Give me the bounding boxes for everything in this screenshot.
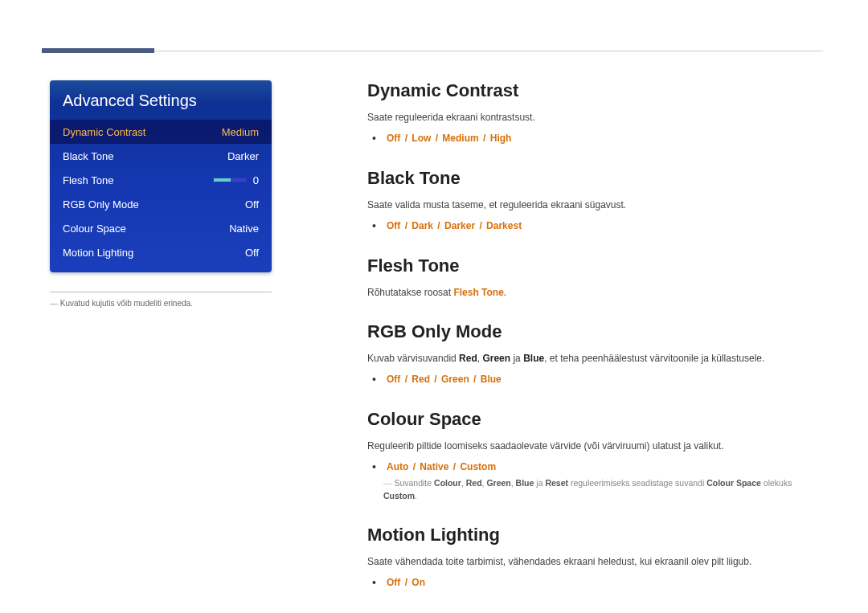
option-list: Off / Dark / Darker / Darkest [383, 219, 823, 233]
section-dynamic-contrast: Dynamic Contrast Saate reguleerida ekraa… [367, 80, 823, 145]
menu-value: Off [245, 247, 259, 259]
menu-item-dynamic-contrast[interactable]: Dynamic Contrast Medium [50, 120, 272, 144]
footnote: Kuvatud kujutis võib mudeliti erineda. [50, 299, 283, 308]
menu-item-black-tone[interactable]: Black Tone Darker [50, 144, 272, 168]
header-divider [42, 51, 823, 51]
menu-item-flesh-tone[interactable]: Flesh Tone 0 [50, 168, 272, 192]
section-title: Colour Space [367, 409, 823, 430]
menu-value: Darker [227, 150, 259, 162]
option-list: Off / Low / Medium / High [383, 131, 823, 145]
section-colour-space: Colour Space Reguleerib piltide loomisek… [367, 409, 823, 502]
option-list: Off / Red / Green / Blue [383, 372, 823, 386]
menu-label: Dynamic Contrast [63, 126, 145, 138]
menu-value: Native [229, 223, 259, 235]
option-list: Off / On [383, 575, 823, 590]
section-motion-lighting: Motion Lighting Saate vähendada toite ta… [367, 525, 823, 590]
menu-label: Flesh Tone [63, 174, 113, 186]
footnote-divider [50, 292, 272, 292]
menu-title: Advanced Settings [50, 80, 272, 120]
section-desc: Kuvab värvisuvandid Red, Green ja Blue, … [367, 352, 823, 366]
section-flesh-tone: Flesh Tone Rõhutatakse roosat Flesh Tone… [367, 255, 823, 300]
header-accent [42, 48, 154, 53]
section-desc: Saate reguleerida ekraani kontrastsust. [367, 111, 823, 125]
section-subnote: Suvandite Colour, Red, Green, Blue ja Re… [367, 477, 823, 503]
menu-value: Medium [222, 126, 259, 138]
section-desc: Rõhutatakse roosat Flesh Tone. [367, 286, 823, 300]
section-black-tone: Black Tone Saate valida musta taseme, et… [367, 168, 823, 233]
menu-item-rgb-only-mode[interactable]: RGB Only Mode Off [50, 192, 272, 216]
section-desc: Reguleerib piltide loomiseks saadaolevat… [367, 439, 823, 453]
slider-track [213, 178, 247, 182]
section-title: Flesh Tone [367, 255, 823, 276]
slider-fill [214, 178, 231, 182]
menu-label: Motion Lighting [63, 247, 133, 259]
menu-label: Black Tone [63, 150, 113, 162]
menu-item-motion-lighting[interactable]: Motion Lighting Off [50, 240, 272, 264]
section-title: Black Tone [367, 168, 823, 189]
section-title: Motion Lighting [367, 525, 823, 546]
section-title: RGB Only Mode [367, 321, 823, 342]
section-desc: Saate valida musta taseme, et reguleerid… [367, 198, 823, 212]
section-title: Dynamic Contrast [367, 80, 823, 101]
section-desc: Saate vähendada toite tarbimist, vähenda… [367, 555, 823, 569]
menu-label: Colour Space [63, 223, 126, 235]
menu-label: RGB Only Mode [63, 198, 139, 210]
menu-value: Off [245, 198, 259, 210]
section-rgb-only-mode: RGB Only Mode Kuvab värvisuvandid Red, G… [367, 321, 823, 386]
advanced-settings-panel: Advanced Settings Dynamic Contrast Mediu… [50, 80, 272, 272]
menu-item-colour-space[interactable]: Colour Space Native [50, 216, 272, 240]
menu-value: 0 [253, 174, 259, 186]
option-list: Auto / Native / Custom [383, 460, 823, 474]
